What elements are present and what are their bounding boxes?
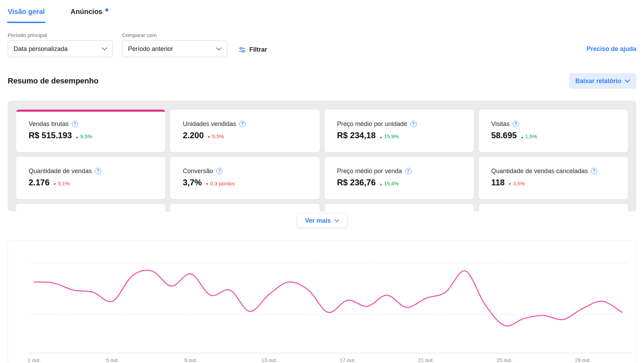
metric-delta-text: 15,4% (384, 180, 399, 186)
metric-label: Vendas brutas (29, 120, 69, 128)
help-link[interactable]: Preciso de ajuda (586, 45, 636, 53)
chevron-down-icon (102, 47, 107, 51)
x-axis-labels: 1 out.5 out.9 out.13 out.17 out.21 out.2… (8, 356, 636, 363)
sales-chart-card: 1 out.5 out.9 out.13 out.17 out.21 out.2… (8, 240, 636, 363)
metric-label: Quantidade de vendas (29, 167, 92, 175)
compare-period-label: Comparar com (122, 32, 227, 38)
filter-button[interactable]: Filtrar (238, 46, 267, 53)
compare-period-group: Comparar com Período anterior (122, 32, 227, 57)
metric-label: Unidades vendidas (183, 120, 236, 128)
metric-delta: 0,3 pontos (205, 180, 235, 186)
trend-arrow-icon (207, 133, 211, 139)
see-more-row: Ver mais (8, 214, 636, 228)
metric-delta: 15,9% (379, 133, 399, 139)
metric-value: 2.200 (183, 131, 204, 140)
section-title: Resumo de desempenho (8, 76, 98, 86)
metric-card-unidades-vendidas[interactable]: Unidades vendidas ? 2.200 5,5% (170, 110, 319, 152)
compare-period-value: Período anterior (128, 45, 173, 53)
trend-arrow-icon (205, 180, 209, 186)
metric-card-preco-medio-venda[interactable]: Preço médio por venda ? R$ 236,76 15,4% (325, 157, 474, 199)
filter-sliders-icon (238, 46, 246, 53)
metric-card-peek (325, 204, 474, 212)
trend-arrow-icon (379, 133, 382, 139)
x-tick-label: 13 out. (261, 357, 277, 363)
x-tick-label: 17 out. (340, 357, 356, 363)
trend-arrow-icon (520, 133, 524, 139)
metric-card-vendas-canceladas[interactable]: Quantidade de vendas canceladas ? 118 3,… (479, 157, 628, 199)
trend-arrow-icon (508, 180, 512, 186)
metric-value: R$ 236,76 (337, 178, 376, 187)
chevron-down-icon (334, 219, 339, 222)
metric-delta-text: 3,5% (513, 180, 525, 186)
x-tick-label: 25 out. (497, 357, 513, 363)
sales-line-path (34, 270, 622, 326)
metric-delta: 5,5% (207, 133, 224, 139)
metrics-panel: Vendas brutas ? R$ 515.193 9,5% Unidades… (8, 101, 636, 212)
tab-visao-geral[interactable]: Visão geral (8, 8, 45, 23)
metric-card-vendas-brutas[interactable]: Vendas brutas ? R$ 515.193 9,5% (16, 110, 165, 152)
x-tick-label: 29 out. (575, 357, 591, 363)
main-period-label: Período principal (8, 32, 113, 38)
download-report-label: Baixar relatório (575, 77, 621, 85)
x-tick-label: 5 out. (106, 357, 119, 363)
metric-card-peek (170, 204, 319, 212)
help-icon[interactable]: ? (216, 168, 222, 174)
summary-header: Resumo de desempenho Baixar relatório (8, 73, 636, 89)
metric-delta: 9,5% (75, 133, 92, 139)
see-more-button[interactable]: Ver mais (297, 214, 347, 228)
metric-delta-text: 0,3 pontos (210, 180, 235, 186)
main-period-select[interactable]: Data personalizada (8, 40, 113, 57)
filter-button-label: Filtrar (249, 46, 267, 53)
trend-arrow-icon (53, 180, 56, 186)
help-icon[interactable]: ? (513, 121, 519, 127)
help-icon[interactable]: ? (410, 121, 417, 127)
notification-dot-icon (105, 8, 108, 12)
metric-value: 2.176 (29, 178, 50, 187)
metric-delta-text: 5,1% (58, 180, 70, 186)
see-more-label: Ver mais (305, 217, 331, 224)
x-tick-label: 21 out. (418, 357, 434, 363)
metric-label: Conversão (183, 167, 213, 175)
x-tick-label: 9 out. (184, 357, 198, 363)
compare-period-select[interactable]: Período anterior (122, 40, 227, 57)
chart-gridlines (30, 263, 628, 314)
help-icon[interactable]: ? (591, 168, 597, 174)
metric-card-quantidade-vendas[interactable]: Quantidade de vendas ? 2.176 5,1% (16, 157, 165, 199)
tab-visao-geral-label: Visão geral (8, 8, 45, 15)
tab-anuncios[interactable]: Anúncios (70, 8, 108, 23)
metric-delta-text: 5,5% (212, 133, 224, 139)
metric-label: Quantidade de vendas canceladas (491, 167, 588, 175)
tab-anuncios-label: Anúncios (70, 8, 102, 15)
metric-value: R$ 515.193 (29, 131, 72, 140)
download-report-button[interactable]: Baixar relatório (569, 73, 636, 89)
metric-value: R$ 234,18 (337, 131, 376, 140)
metric-label: Preço médio por venda (337, 167, 402, 175)
metrics-row-2: Quantidade de vendas ? 2.176 5,1% Conver… (16, 157, 628, 199)
trend-arrow-icon (75, 133, 79, 139)
main-period-value: Data personalizada (14, 45, 68, 53)
metric-value: 3,7% (183, 178, 202, 187)
help-icon[interactable]: ? (239, 121, 245, 127)
metric-value: 118 (491, 178, 505, 187)
sales-chart-svg (8, 245, 636, 356)
metrics-row-peek (16, 204, 628, 212)
metric-delta-text: 1,5% (525, 133, 537, 139)
metric-delta: 3,5% (508, 180, 525, 186)
filter-row: Período principal Data personalizada Com… (8, 32, 636, 57)
tabs-bar: Visão geral Anúncios (8, 0, 636, 23)
trend-arrow-icon (379, 180, 382, 186)
metric-delta: 15,4% (379, 180, 399, 186)
metric-value: 58.695 (491, 131, 517, 140)
help-icon[interactable]: ? (405, 168, 411, 174)
help-icon[interactable]: ? (72, 121, 78, 127)
main-period-group: Período principal Data personalizada (8, 32, 113, 57)
chevron-down-icon (216, 47, 221, 51)
metric-label: Preço médio por unidade (337, 120, 407, 128)
x-tick-label: 1 out. (28, 357, 41, 363)
metric-card-visitas[interactable]: Visitas ? 58.695 1,5% (479, 110, 628, 152)
metric-card-conversao[interactable]: Conversão ? 3,7% 0,3 pontos (170, 157, 319, 199)
metric-card-preco-medio-unidade[interactable]: Preço médio por unidade ? R$ 234,18 15,9… (325, 110, 474, 152)
metric-delta-text: 15,9% (384, 133, 399, 139)
metric-label: Visitas (491, 120, 510, 128)
help-icon[interactable]: ? (95, 168, 101, 174)
